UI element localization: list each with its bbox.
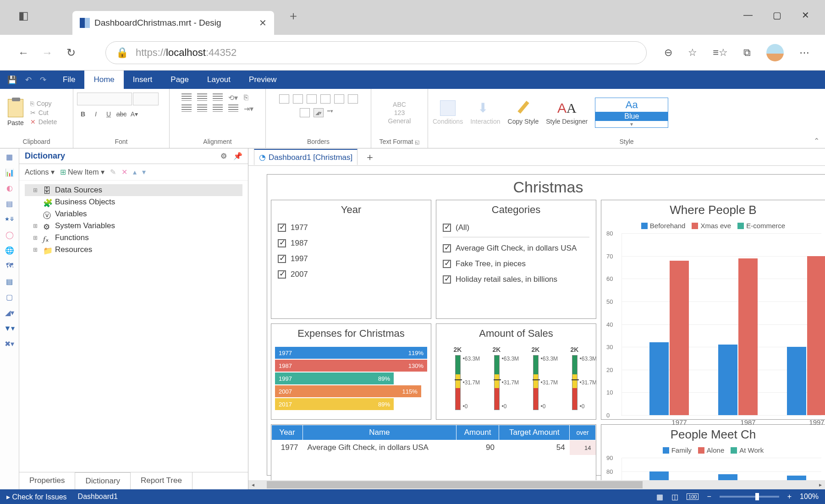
browser-tab[interactable]: DashboardChristmas.mrt - Desig ✕ xyxy=(72,11,274,35)
favorite-icon[interactable]: ☆ xyxy=(688,47,697,59)
category-item[interactable]: Holiday retail sales, in billions xyxy=(443,275,589,284)
collections-icon[interactable]: ⧉ xyxy=(743,47,751,59)
year-item[interactable]: 1977 xyxy=(278,223,424,232)
tool-progress-icon[interactable]: ◯ xyxy=(3,229,16,240)
category-item[interactable]: Average Gift Check, in dollars USA xyxy=(443,244,589,253)
edit-icon[interactable]: ✎ xyxy=(110,168,116,176)
refresh-icon[interactable]: ↻ xyxy=(63,46,79,59)
zoom-out-button[interactable]: − xyxy=(707,493,711,501)
horizontal-scrollbar[interactable]: ◂▸ xyxy=(248,480,825,489)
delete-button[interactable]: ✕Delete xyxy=(30,118,57,126)
save-icon[interactable]: 💾 xyxy=(7,75,17,85)
back-icon[interactable]: ← xyxy=(16,46,31,59)
strike-button[interactable]: abc xyxy=(116,108,127,120)
ribbon-tab-page[interactable]: Page xyxy=(161,71,198,89)
tree-item-variables[interactable]: ⓥVariables xyxy=(25,208,242,220)
rotate-icon[interactable]: ⟲▾ xyxy=(228,93,238,101)
tree-item-business-objects[interactable]: 🧩Business Objects xyxy=(25,196,242,208)
minimize-icon[interactable]: ― xyxy=(743,10,753,21)
align-center-icon[interactable] xyxy=(197,104,207,112)
ribbon-tab-preview[interactable]: Preview xyxy=(240,71,286,89)
border-style-icon[interactable]: ━▾ xyxy=(327,108,337,117)
tool-map-icon[interactable]: 🌐 xyxy=(3,245,16,256)
category-item[interactable]: (All) xyxy=(443,223,589,237)
align-top-icon[interactable] xyxy=(182,93,192,101)
border-right-icon[interactable] xyxy=(334,94,344,104)
status-page[interactable]: Dashboard1 xyxy=(78,493,118,501)
tool-more-icon[interactable]: ✖▾ xyxy=(3,338,16,349)
panel-tab-reporttree[interactable]: Report Tree xyxy=(131,472,192,489)
up-icon[interactable]: ▴ xyxy=(133,168,137,176)
categories-card[interactable]: Categories (All)Average Gift Check, in d… xyxy=(436,200,596,319)
tool-pivot-icon[interactable]: ▤ xyxy=(3,198,16,209)
bold-button[interactable]: B xyxy=(77,108,89,120)
copy-button[interactable]: ⎘Copy xyxy=(30,100,57,107)
grid-icon[interactable]: ▦ xyxy=(656,493,663,501)
tool-online-icon[interactable]: 🗺 xyxy=(3,260,16,271)
italic-button[interactable]: I xyxy=(90,108,102,120)
font-family-combo[interactable] xyxy=(77,93,132,105)
favorites-list-icon[interactable]: ≡☆ xyxy=(713,47,728,59)
tool-table-icon[interactable]: ▦ xyxy=(3,151,16,162)
copy-style-button[interactable]: Copy Style xyxy=(508,100,539,125)
url-field[interactable]: 🔒 https://localhost:44352 xyxy=(105,41,647,64)
category-item[interactable]: Fake Tree, in pieces xyxy=(443,259,589,268)
data-table-card[interactable]: Year Name Amount Target Amount over 1977… xyxy=(271,424,596,480)
indent-icon[interactable]: ⇥▾ xyxy=(244,104,254,112)
align-left-icon[interactable] xyxy=(182,104,192,112)
panel-tab-dictionary[interactable]: Dictionary xyxy=(75,472,131,489)
profile-avatar[interactable] xyxy=(766,44,784,61)
pin-icon[interactable]: 📌 xyxy=(233,152,242,160)
tree-item-resources[interactable]: ⊞📁Resources xyxy=(25,244,242,256)
maximize-icon[interactable]: ▢ xyxy=(773,10,781,21)
align-right-icon[interactable] xyxy=(213,104,223,112)
shadow-icon[interactable] xyxy=(300,108,310,117)
cut-button[interactable]: ✂Cut xyxy=(30,109,57,116)
ribbon-tab-file[interactable]: File xyxy=(54,71,84,89)
align-middle-icon[interactable] xyxy=(197,93,207,101)
close-tab-icon[interactable]: ✕ xyxy=(259,17,267,28)
fill-icon[interactable]: ◢▾ xyxy=(314,108,324,117)
paste-button[interactable]: Paste xyxy=(4,97,28,128)
tree-item-functions[interactable]: ⊞𝑓ₓFunctions xyxy=(25,232,242,244)
style-designer-button[interactable]: AAStyle Designer xyxy=(546,100,588,125)
meet-chart-card[interactable]: People Meet Ch FamilyAloneAt Work 607080… xyxy=(601,424,825,480)
border-none-icon[interactable] xyxy=(293,94,303,104)
align-justify-icon[interactable] xyxy=(228,104,238,112)
zoom-slider[interactable] xyxy=(720,496,779,498)
year-card[interactable]: Year 1977198719972007 xyxy=(271,200,431,319)
tool-shape-icon[interactable]: ◢▾ xyxy=(3,307,16,318)
dictionary-tree[interactable]: ⊞🗄Data Sources🧩Business ObjectsⓥVariable… xyxy=(19,181,248,472)
border-bottom-icon[interactable] xyxy=(348,94,358,104)
year-item[interactable]: 2007 xyxy=(278,270,424,279)
remove-icon[interactable]: ✕ xyxy=(121,168,127,176)
down-icon[interactable]: ▾ xyxy=(142,168,146,176)
undo-icon[interactable]: ↶ xyxy=(25,75,32,85)
panel-tab-properties[interactable]: Properties xyxy=(19,472,75,489)
add-page-icon[interactable]: ＋ xyxy=(365,150,375,164)
underline-button[interactable]: U xyxy=(103,108,115,120)
tree-item-data-sources[interactable]: ⊞🗄Data Sources xyxy=(25,184,242,196)
font-size-combo[interactable] xyxy=(133,93,159,105)
zoom-out-icon[interactable]: ⊖ xyxy=(664,47,672,59)
tab-overview-icon[interactable]: ◧ xyxy=(16,9,31,22)
border-all-icon[interactable] xyxy=(279,94,289,104)
tool-gauge-icon[interactable]: ◐ xyxy=(3,182,16,193)
canvas-tab-dashboard[interactable]: ◔ Dashboard1 [Christmas] xyxy=(254,149,358,165)
wrap-icon[interactable]: ⎘ xyxy=(244,93,254,101)
border-top-icon[interactable] xyxy=(320,94,330,104)
units-icon[interactable]: 100 xyxy=(687,493,698,500)
border-left-icon[interactable] xyxy=(307,94,317,104)
new-item-dropdown[interactable]: ⊞ New Item ▾ xyxy=(60,168,104,176)
more-icon[interactable]: ⋯ xyxy=(799,47,809,59)
close-window-icon[interactable]: ✕ xyxy=(802,10,809,21)
collapse-ribbon-icon[interactable]: ⌃ xyxy=(814,137,820,145)
sales-card[interactable]: Amount of Sales 2K•63.3M•31.7M•02K•63.3M… xyxy=(436,323,596,420)
settings-icon[interactable]: ⚙ xyxy=(220,152,227,160)
style-swatch[interactable]: Aa Blue ▾ xyxy=(595,98,668,128)
ribbon-tab-insert[interactable]: Insert xyxy=(124,71,162,89)
tree-item-system-variables[interactable]: ⊞⚙System Variables xyxy=(25,220,242,232)
expenses-card[interactable]: Expenses for Christmas 1977119%1987130%1… xyxy=(271,323,431,420)
snap-icon[interactable]: ◫ xyxy=(671,493,678,501)
buy-chart-card[interactable]: Where People B BeforehandXmas eveE-comme… xyxy=(601,200,825,420)
